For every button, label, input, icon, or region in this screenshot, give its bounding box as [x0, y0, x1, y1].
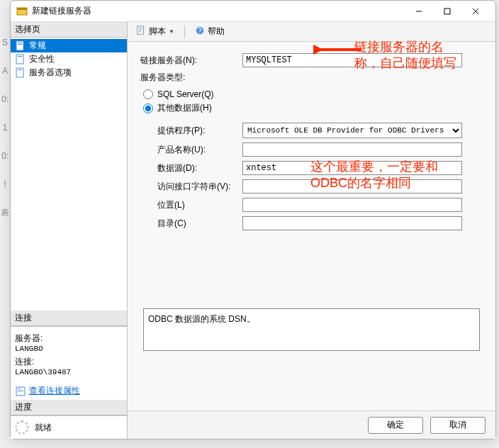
provider-select[interactable]: Microsoft OLE DB Provider for ODBC Drive… [242, 123, 462, 138]
page-icon [15, 54, 26, 65]
connstr-input[interactable] [242, 179, 462, 194]
page-icon [15, 40, 26, 52]
app-icon [16, 6, 28, 17]
nav-list: 常规 安全性 服务器选项 [11, 38, 127, 81]
location-input[interactable] [242, 198, 462, 212]
radio-other[interactable] [143, 103, 153, 113]
svg-rect-9 [16, 55, 23, 64]
toolbar: 脚本 ▼ ? 帮助 [128, 22, 495, 42]
server-label: 服务器: [15, 332, 123, 345]
catalog-input[interactable] [242, 216, 462, 230]
svg-text:?: ? [198, 26, 202, 35]
linked-server-label: 链接服务器(N): [136, 55, 242, 67]
help-icon: ? [195, 26, 205, 38]
form-area: 链接服务器(N): 服务器类型: SQL Server(Q) 其他数据源(H) … [128, 42, 495, 410]
dialog-footer: 确定 取消 [128, 410, 495, 439]
script-button[interactable]: 脚本 ▼ [132, 24, 179, 39]
svg-rect-15 [18, 391, 23, 391]
progress-status: 就绪 [35, 422, 52, 434]
linked-server-input[interactable] [242, 53, 462, 67]
nav-item-label: 安全性 [29, 53, 55, 65]
datasource-label: 数据源(D): [136, 162, 242, 174]
view-connection-link[interactable]: 查看连接属性 [29, 385, 80, 397]
conn-value: LANGBO\39487 [15, 368, 123, 376]
svg-rect-3 [444, 9, 450, 14]
radio-sqlserver[interactable] [143, 89, 153, 99]
product-input[interactable] [242, 142, 462, 157]
svg-rect-10 [18, 56, 22, 57]
view-connection-props[interactable]: 查看连接属性 [11, 382, 127, 400]
cancel-button[interactable]: 取消 [430, 417, 486, 434]
help-button[interactable]: ? 帮助 [191, 24, 229, 39]
provider-label: 提供程序(P): [136, 125, 242, 137]
location-label: 位置(L) [136, 199, 242, 211]
connstr-label: 访问接口字符串(V): [136, 181, 242, 193]
svg-rect-1 [17, 8, 27, 10]
script-icon [136, 26, 146, 38]
chevron-down-icon: ▼ [169, 28, 174, 35]
dialog-window: 新建链接服务器 选择页 常规 安全性 服务器选项 [10, 0, 496, 439]
nav-item-label: 服务器选项 [29, 67, 72, 79]
nav-item-security[interactable]: 安全性 [11, 52, 127, 66]
nav-header: 选择页 [11, 22, 127, 38]
progress-header: 进度 [11, 400, 127, 415]
script-label: 脚本 [149, 26, 166, 38]
properties-icon [15, 386, 26, 397]
titlebar: 新建链接服务器 [11, 1, 495, 22]
nav-item-serveroptions[interactable]: 服务器选项 [11, 66, 127, 79]
page-icon [15, 67, 26, 79]
maximize-button[interactable] [433, 1, 461, 21]
svg-rect-6 [16, 41, 23, 50]
left-panel: 选择页 常规 安全性 服务器选项 连接 服务器: LANGBO [11, 22, 128, 439]
background-edge: SA0:10:!表 [0, 28, 10, 227]
close-button[interactable] [461, 1, 490, 21]
right-panel: 脚本 ▼ ? 帮助 链接服务器(N): 服务器类型: [128, 22, 495, 439]
help-label: 帮助 [208, 26, 225, 38]
spinner-icon [15, 420, 29, 435]
description-box: ODBC 数据源的系统 DSN。 [143, 308, 480, 351]
svg-rect-12 [18, 69, 22, 70]
window-title: 新建链接服务器 [32, 5, 405, 17]
catalog-label: 目录(C) [136, 218, 242, 230]
connection-header: 连接 [11, 310, 127, 326]
svg-rect-7 [18, 43, 22, 43]
minimize-button[interactable] [405, 1, 433, 21]
datasource-input[interactable] [242, 161, 462, 175]
connection-info: 服务器: LANGBO 连接: LANGBO\39487 [11, 326, 127, 382]
server-type-label: 服务器类型: [136, 72, 242, 84]
server-value: LANGBO [15, 345, 123, 353]
ok-button[interactable]: 确定 [368, 417, 423, 434]
svg-rect-14 [18, 388, 21, 389]
radio-other-label: 其他数据源(H) [157, 102, 212, 114]
nav-item-general[interactable]: 常规 [11, 39, 127, 52]
toolbar-separator [184, 26, 185, 38]
conn-label: 连接: [15, 356, 123, 368]
product-label: 产品名称(U): [136, 144, 242, 156]
svg-rect-11 [16, 68, 23, 77]
svg-rect-8 [18, 44, 22, 45]
nav-item-label: 常规 [29, 40, 46, 52]
progress-block: 就绪 [11, 415, 127, 439]
radio-sqlserver-label: SQL Server(Q) [157, 89, 214, 99]
